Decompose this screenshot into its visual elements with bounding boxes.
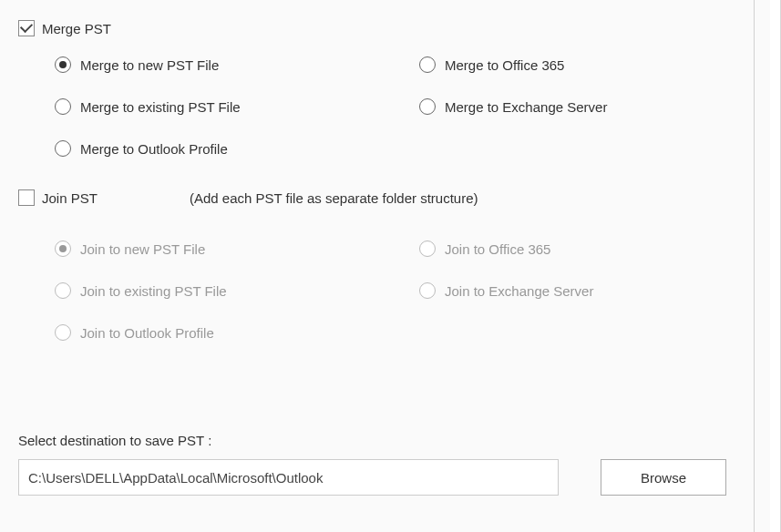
join-existing-pst-radio: Join to existing PST File (55, 282, 419, 299)
join-options-grid: Join to new PST File Join to Office 365 … (55, 240, 735, 341)
radio-label: Join to Exchange Server (445, 283, 593, 299)
right-gutter (770, 0, 781, 532)
destination-section: Select destination to save PST : Browse (18, 433, 726, 496)
merge-pst-checkbox[interactable] (18, 20, 35, 36)
destination-path-input[interactable] (18, 459, 559, 496)
join-new-pst-radio: Join to new PST File (55, 240, 419, 257)
merge-outlook-profile-radio[interactable]: Merge to Outlook Profile (55, 140, 419, 157)
join-pst-row: Join PST (Add each PST file as separate … (18, 189, 735, 206)
merge-exchange-radio[interactable]: Merge to Exchange Server (419, 98, 735, 115)
radio-icon (419, 56, 436, 73)
radio-label: Merge to Outlook Profile (80, 141, 228, 157)
merge-pst-label: Merge PST (42, 21, 111, 36)
merge-pst-row: Merge PST (18, 20, 735, 36)
merge-new-pst-radio[interactable]: Merge to new PST File (55, 56, 419, 73)
radio-icon (55, 324, 71, 341)
radio-label: Join to new PST File (80, 241, 205, 257)
join-outlook-profile-radio: Join to Outlook Profile (55, 324, 419, 341)
radio-label: Join to Outlook Profile (80, 325, 214, 341)
radio-icon (419, 98, 436, 115)
radio-icon (55, 282, 71, 299)
radio-icon (55, 98, 71, 115)
join-office365-radio: Join to Office 365 (419, 240, 735, 257)
options-panel: Merge PST Merge to new PST File Merge to… (0, 0, 755, 532)
radio-label: Join to existing PST File (80, 283, 227, 299)
merge-options-grid: Merge to new PST File Merge to Office 36… (55, 56, 735, 157)
destination-label: Select destination to save PST : (18, 433, 726, 448)
destination-row: Browse (18, 459, 726, 496)
radio-label: Join to Office 365 (445, 241, 550, 257)
radio-icon (419, 282, 436, 299)
radio-icon (55, 240, 71, 257)
radio-icon (55, 56, 71, 73)
radio-label: Merge to existing PST File (80, 99, 241, 115)
join-pst-checkbox[interactable] (18, 189, 35, 206)
join-exchange-radio: Join to Exchange Server (419, 282, 735, 299)
merge-existing-pst-radio[interactable]: Merge to existing PST File (55, 98, 419, 115)
join-pst-hint: (Add each PST file as separate folder st… (190, 190, 478, 206)
merge-office365-radio[interactable]: Merge to Office 365 (419, 56, 735, 73)
radio-icon (419, 240, 436, 257)
radio-label: Merge to Exchange Server (445, 99, 607, 115)
join-pst-label: Join PST (42, 190, 98, 206)
radio-icon (55, 140, 71, 157)
radio-label: Merge to Office 365 (445, 57, 564, 73)
browse-button[interactable]: Browse (601, 459, 726, 496)
radio-label: Merge to new PST File (80, 57, 219, 73)
